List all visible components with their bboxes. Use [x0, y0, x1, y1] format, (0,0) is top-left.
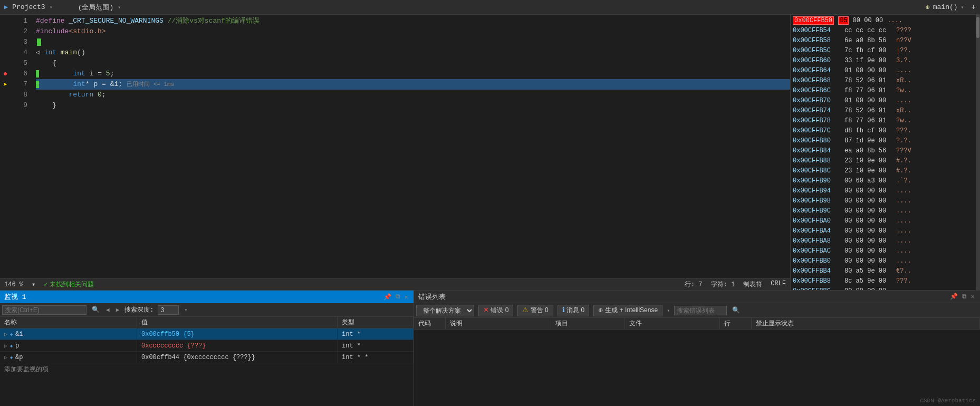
memory-scroll[interactable]: 0x00CFFB5005 00 00 00....0x00CFFB54cc cc… — [791, 15, 976, 290]
watch-close-button[interactable]: ✕ — [403, 293, 409, 301]
watch-content: 名称 值 类型 ▷ ⬥ &i 0x00cffb50 {5} int * — [0, 317, 414, 406]
watch-name-1-text: &i — [15, 331, 23, 338]
memory-row-26: 0x00CFFBB88c a5 9e 00???. — [793, 276, 974, 286]
memory-row-25: 0x00CFFBB480 a5 9e 00€?.. — [793, 266, 974, 276]
line-num-4: 4 — [11, 47, 27, 58]
memory-row-14: 0x00CFFB8823 10 9e 00#.?. — [793, 156, 974, 166]
error-count-button[interactable]: ✕ 错误 0 — [478, 305, 513, 316]
mem-addr-10: 0x00CFFB78 — [793, 116, 840, 126]
watch-row-3[interactable]: ▷ ⬥ &p 0x00cffb44 {0xccccccccc {???}} in… — [0, 352, 414, 363]
code-define-keyword: #define — [36, 16, 65, 26]
code-return: return — [69, 90, 93, 100]
watch-panel: 监视 1 📌 ⧉ ✕ 🔍 ◀ ▶ 搜索深度: ▾ 名称 值 类型 — [0, 291, 414, 406]
watch-titlebar: 监视 1 📌 ⧉ ✕ — [0, 291, 414, 303]
watch-row-1[interactable]: ▷ ⬥ &i 0x00cffb50 {5} int * — [0, 328, 414, 340]
mem-ascii-24: .... — [896, 256, 911, 266]
watch-name-2: ▷ ⬥ p — [0, 340, 137, 351]
error-x-icon: ✕ — [483, 306, 489, 314]
search-prev-button[interactable]: ◀ — [105, 306, 111, 313]
mem-bytes-3: 7c fb cf 00 — [844, 46, 892, 56]
mem-bytes-18: 00 00 00 00 — [844, 196, 892, 206]
error-float-button[interactable]: ⧉ — [961, 293, 968, 301]
search-depth-label: 搜索深度: — [124, 305, 153, 314]
mem-addr-20: 0x00CFFBA0 — [793, 216, 840, 226]
zoom-level[interactable]: 146 % — [4, 281, 23, 288]
code-editor[interactable]: #define _CRT_SECURE_NO_WARNINGS //消除vs对s… — [32, 15, 790, 278]
mem-addr-11: 0x00CFFB7C — [793, 126, 840, 136]
mem-bytes-16: 00 60 a3 00 — [844, 176, 892, 186]
expand-icon-1: ▷ — [4, 331, 7, 337]
green-bar — [37, 38, 41, 46]
memory-scroll-thumb[interactable] — [976, 17, 979, 38]
error-toolbar: 整个解决方案 ✕ 错误 0 ⚠ 警告 0 ℹ 消息 0 ⊕ 生成 + Intel… — [414, 303, 980, 318]
search-errors-icon[interactable]: 🔍 — [731, 306, 741, 314]
check-icon: ✓ — [44, 281, 47, 288]
search-next-button[interactable]: ▶ — [115, 306, 121, 313]
add-watch-row[interactable]: 添加要监视的项 — [0, 363, 414, 375]
watch-pin-button[interactable]: 📌 — [382, 293, 392, 301]
watch-title: 监视 1 — [4, 292, 26, 302]
watch-value-1: 0x00cffb50 {5} — [137, 328, 338, 340]
mem-addr-16: 0x00CFFB90 — [793, 176, 840, 186]
line-num-7: 7 — [11, 79, 27, 90]
mem-addr-24: 0x00CFFBB0 — [793, 256, 840, 266]
memory-row-5: 0x00CFFB6401 00 00 00.... — [793, 66, 974, 76]
memory-row-3: 0x00CFFB5C7c fb cf 00|??. — [793, 46, 974, 56]
error-panel-controls: 📌 ⧉ ✕ — [949, 293, 976, 301]
mem-addr-8: 0x00CFFB70 — [793, 96, 840, 106]
memory-scrollbar[interactable] — [976, 15, 980, 290]
mem-ascii-27: .... — [896, 286, 911, 290]
warning-count-button[interactable]: ⚠ 警告 0 — [517, 305, 553, 316]
error-content: 代码 说明 项目 文件 行 禁止显示状态 — [414, 318, 980, 362]
watch-header: 名称 值 类型 — [0, 317, 414, 328]
error-count-text: 错误 0 — [491, 306, 508, 314]
code-line-2: #include <stdio.h> — [36, 26, 790, 37]
scope-dropdown[interactable]: ▾ — [118, 4, 121, 11]
watch-rows: ▷ ⬥ &i 0x00cffb50 {5} int * ▷ ⬥ p 0xcccc… — [0, 328, 414, 406]
mem-ascii-20: .... — [896, 216, 911, 226]
mem-ascii-21: .... — [896, 226, 911, 236]
watch-value-2: 0xccccccccc {???} — [137, 340, 338, 351]
build-filter-button[interactable]: ⊕ 生成 + IntelliSense — [593, 305, 662, 316]
line-num-2: 2 — [11, 26, 27, 37]
build-icon: ⊕ — [598, 306, 603, 314]
watch-float-button[interactable]: ⧉ — [395, 293, 401, 301]
mem-bytes-26: 8c a5 9e 00 — [844, 276, 892, 286]
memory-row-15: 0x00CFFB8C23 10 9e 00#.?. — [793, 166, 974, 176]
status-bar: 146 % ▾ ✓ 未找到相关问题 行: 7 字符: 1 制表符 CRLF — [0, 278, 790, 290]
build-text: 生成 + IntelliSense — [605, 306, 658, 314]
search-depth-input[interactable] — [158, 305, 179, 315]
mem-addr-26: 0x00CFFBB8 — [793, 276, 840, 286]
depth-dropdown[interactable]: ▾ — [183, 307, 188, 313]
add-tab-button[interactable]: + — [972, 3, 976, 12]
mem-ascii-4: 3.?. — [896, 56, 911, 66]
no-issues-indicator: ✓ 未找到相关问题 — [44, 280, 94, 289]
error-close-button[interactable]: ✕ — [970, 293, 976, 301]
message-count-button[interactable]: ℹ 消息 0 — [558, 305, 589, 316]
code-int-6: int — [73, 69, 85, 79]
mem-bytes-22: 00 00 00 00 — [844, 236, 892, 246]
line-numbers: 1 2 3 4 5 6 7 8 9 — [11, 15, 32, 278]
memory-row-18: 0x00CFFB9800 00 00 00.... — [793, 196, 974, 206]
editor-area: ● ➤ 1 2 3 4 5 6 7 8 9 — [0, 15, 790, 290]
func-dropdown[interactable]: ▾ — [961, 4, 964, 11]
mem-addr-22: 0x00CFFBA8 — [793, 236, 840, 246]
line-num-9: 9 — [11, 100, 27, 111]
watch-col-name: 名称 — [0, 317, 137, 328]
error-scope-dropdown[interactable]: 整个解决方案 — [416, 305, 474, 316]
watch-search-input[interactable] — [2, 305, 87, 315]
build-dropdown[interactable]: ▾ — [667, 307, 670, 314]
search-icon[interactable]: 🔍 — [91, 306, 101, 314]
line-num-6: 6 — [11, 69, 27, 79]
mem-ascii-12: ?.?. — [896, 136, 911, 146]
mem-addr-9: 0x00CFFB74 — [793, 106, 840, 116]
watch-row-2[interactable]: ▷ ⬥ p 0xccccccccc {???} int * — [0, 340, 414, 352]
mem-ascii-17: .... — [896, 186, 911, 196]
project-dropdown[interactable]: ▾ — [50, 4, 53, 11]
mem-addr-18: 0x00CFFB98 — [793, 196, 840, 206]
code-int-7: int — [73, 79, 85, 90]
error-col-desc: 说明 — [446, 318, 551, 329]
error-pin-button[interactable]: 📌 — [949, 293, 959, 301]
code-int-keyword: int — [44, 47, 56, 58]
search-errors-input[interactable] — [674, 306, 727, 315]
